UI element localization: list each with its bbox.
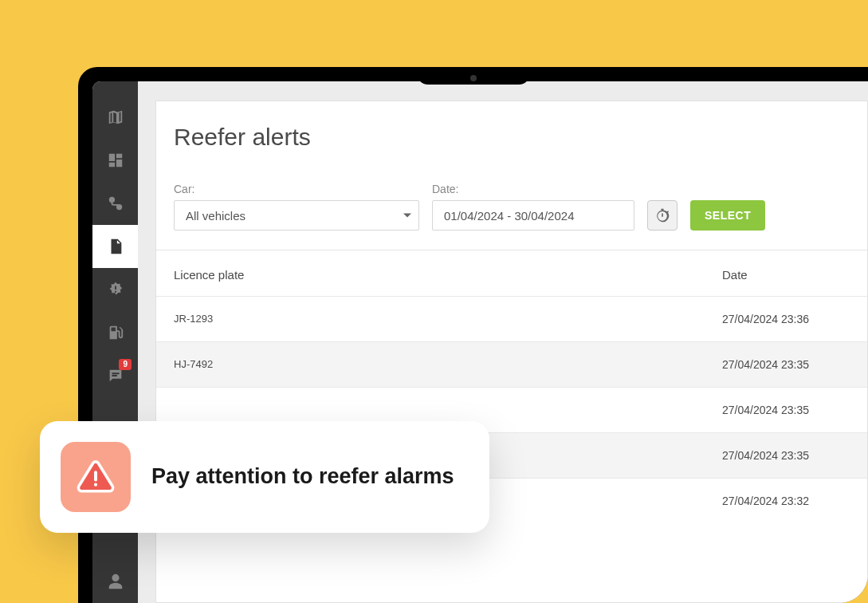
callout-text: Pay attention to reefer alarms bbox=[151, 463, 454, 491]
routes-icon bbox=[107, 195, 124, 212]
sidebar-item-fuel[interactable] bbox=[92, 311, 138, 354]
filter-car: Car: All vehicles bbox=[174, 183, 419, 231]
cell-date: 27/04/2024 23:32 bbox=[722, 495, 850, 507]
document-icon bbox=[107, 238, 124, 255]
car-select[interactable]: All vehicles bbox=[174, 200, 419, 231]
time-picker-button[interactable] bbox=[647, 200, 678, 231]
car-select-value: All vehicles bbox=[174, 200, 419, 231]
sidebar-item-profile[interactable] bbox=[92, 560, 138, 603]
stopwatch-icon bbox=[654, 207, 670, 223]
cell-date: 27/04/2024 23:35 bbox=[722, 449, 850, 462]
map-icon bbox=[107, 108, 124, 126]
warning-triangle-icon bbox=[74, 455, 117, 499]
car-label: Car: bbox=[174, 183, 419, 195]
notification-badge: 9 bbox=[119, 359, 132, 370]
column-header-plate: Licence plate bbox=[174, 268, 722, 282]
callout-card: Pay attention to reefer alarms bbox=[40, 421, 489, 533]
column-header-date: Date bbox=[722, 268, 850, 282]
date-label: Date: bbox=[432, 183, 634, 195]
filter-bar: Car: All vehicles Date: 01/04/2024 - 30/… bbox=[156, 183, 867, 250]
svg-point-1 bbox=[116, 205, 121, 210]
cell-plate: HJ-7492 bbox=[174, 358, 722, 371]
cell-date: 27/04/2024 23:35 bbox=[722, 358, 850, 371]
sidebar-item-routes[interactable] bbox=[92, 182, 138, 225]
page-title: Reefer alerts bbox=[156, 124, 867, 151]
select-button[interactable]: SELECT bbox=[690, 200, 765, 231]
filter-date: Date: 01/04/2024 - 30/04/2024 bbox=[432, 183, 634, 231]
cell-plate bbox=[174, 404, 722, 416]
sidebar-item-messages[interactable]: 9 bbox=[92, 354, 138, 397]
user-icon bbox=[107, 573, 124, 590]
dashboard-icon bbox=[107, 152, 124, 169]
alert-badge-icon bbox=[107, 281, 124, 298]
chevron-down-icon bbox=[403, 214, 411, 218]
cell-date: 27/04/2024 23:36 bbox=[722, 313, 850, 325]
svg-point-0 bbox=[109, 198, 114, 203]
fuel-icon bbox=[107, 324, 124, 341]
laptop-notch bbox=[417, 67, 530, 85]
date-range-input[interactable]: 01/04/2024 - 30/04/2024 bbox=[432, 200, 634, 231]
sidebar-item-dashboard[interactable] bbox=[92, 139, 138, 182]
sidebar-item-reports[interactable] bbox=[92, 225, 138, 268]
cell-plate: JR-1293 bbox=[174, 313, 722, 325]
callout-icon-wrap bbox=[61, 442, 131, 512]
sidebar-item-map[interactable] bbox=[92, 96, 138, 139]
sidebar-item-alerts[interactable] bbox=[92, 268, 138, 311]
cell-date: 27/04/2024 23:35 bbox=[722, 404, 850, 416]
table-row[interactable]: HJ-7492 27/04/2024 23:35 bbox=[156, 341, 867, 387]
table-row[interactable]: JR-1293 27/04/2024 23:36 bbox=[156, 296, 867, 341]
table-header: Licence plate Date bbox=[156, 250, 867, 296]
